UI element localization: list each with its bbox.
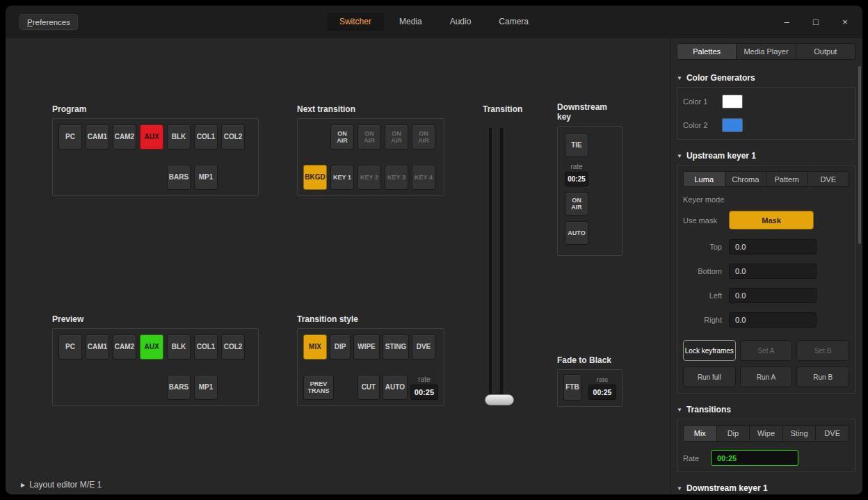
transitions-sting-button[interactable]: Sting [782, 425, 817, 442]
mask-toggle-button[interactable]: Mask [729, 211, 814, 229]
minimize-icon[interactable]: – [780, 17, 793, 27]
tab-camera[interactable]: Camera [486, 13, 541, 31]
ftb-rate-value[interactable]: 00:25 [588, 385, 616, 400]
dsk-auto-button[interactable]: AUTO [565, 221, 588, 245]
downstream-key-box: TIE rate 00:25 ON AIR AUTO [557, 126, 622, 256]
dsk-rate-value[interactable]: 00:25 [565, 172, 588, 186]
keyer-tab-chroma[interactable]: Chroma [725, 171, 767, 187]
run-full-button[interactable]: Run full [683, 366, 736, 387]
downstream-keyer-title: Downstream keyer 1 [686, 483, 768, 493]
color2-swatch[interactable] [722, 118, 743, 132]
preferences-button[interactable]: Preferences [19, 14, 78, 30]
preview-title: Preview [52, 314, 259, 324]
program-source-bars[interactable]: BARS [167, 165, 191, 190]
switcher-area: Program PC CAM1 CAM2 AUX BLK COL1 COL2 B… [6, 38, 670, 494]
program-source-aux[interactable]: AUX [140, 124, 163, 150]
program-source-cam1[interactable]: CAM1 [86, 124, 109, 150]
maximize-icon[interactable]: □ [810, 17, 822, 27]
preview-source-pc[interactable]: PC [58, 334, 82, 360]
run-a-button[interactable]: Run A [740, 366, 793, 387]
upstream-keyer-header[interactable]: ▼ Upstream keyer 1 [677, 151, 855, 161]
cut-button[interactable]: CUT [357, 375, 380, 400]
mask-bottom-input[interactable]: 0.0 [729, 264, 817, 279]
transition-fader-body [483, 118, 522, 419]
color-generators-header[interactable]: ▼ Color Generators [677, 73, 855, 83]
transitions-title: Transitions [686, 405, 731, 414]
bkgd-button[interactable]: BKGD [303, 165, 327, 190]
tab-audio[interactable]: Audio [437, 13, 484, 31]
mask-right-input[interactable]: 0.0 [729, 312, 817, 328]
downstream-keyer-header[interactable]: ▼ Downstream keyer 1 [677, 483, 855, 493]
transitions-header[interactable]: ▼ Transitions [677, 405, 855, 414]
transitions-dve-button[interactable]: DVE [815, 425, 849, 442]
program-source-blk[interactable]: BLK [167, 124, 191, 150]
preview-source-col1[interactable]: COL1 [194, 334, 218, 360]
preview-source-mp1[interactable]: MP1 [194, 375, 218, 400]
run-b-button[interactable]: Run B [796, 366, 849, 387]
auto-button[interactable]: AUTO [383, 375, 408, 400]
program-source-cam2[interactable]: CAM2 [113, 124, 136, 150]
transitions-wipe-button[interactable]: Wipe [749, 425, 783, 442]
keyer-tab-luma[interactable]: Luma [683, 171, 725, 187]
color1-swatch[interactable] [722, 95, 743, 108]
sidebar-scrollbar[interactable] [858, 66, 861, 244]
close-icon[interactable]: × [839, 17, 851, 27]
next-transition-title: Next transition [297, 104, 444, 114]
tab-output[interactable]: Output [796, 43, 855, 60]
key1-onair-button[interactable]: ON AIR [330, 124, 354, 150]
preview-source-col2[interactable]: COL2 [221, 334, 245, 360]
ftb-button[interactable]: FTB [563, 374, 581, 401]
keyer-tab-dve[interactable]: DVE [807, 171, 850, 187]
style-dve-button[interactable]: DVE [412, 334, 435, 360]
transition-style-title: Transition style [297, 314, 444, 324]
prev-trans-button[interactable]: PREV TRANS [303, 375, 334, 400]
lock-keyframes-button[interactable]: Lock keyframes [683, 340, 736, 361]
tab-media-player[interactable]: Media Player [736, 43, 796, 60]
style-dip-button[interactable]: DIP [330, 334, 351, 360]
style-mix-button[interactable]: MIX [303, 334, 327, 360]
key4-button[interactable]: KEY 4 [412, 165, 435, 190]
program-row2: BARS MP1 [167, 165, 252, 190]
key3-onair-button[interactable]: ON AIR [385, 124, 408, 150]
style-wipe-button[interactable]: WIPE [353, 334, 380, 360]
program-source-pc[interactable]: PC [58, 124, 82, 150]
tab-switcher[interactable]: Switcher [327, 13, 384, 31]
preview-source-bars[interactable]: BARS [167, 375, 191, 400]
transitions-mix-button[interactable]: Mix [683, 425, 717, 442]
content: Program PC CAM1 CAM2 AUX BLK COL1 COL2 B… [6, 38, 862, 494]
style-sting-button[interactable]: STING [383, 334, 409, 360]
transitions-rate-input[interactable]: 00:25 [711, 450, 798, 466]
transition-style-row2: PREV TRANS CUT AUTO rate 00:25 [303, 375, 438, 400]
set-b-button[interactable]: Set B [796, 340, 849, 361]
program-source-mp1[interactable]: MP1 [194, 165, 218, 190]
preview-source-cam1[interactable]: CAM1 [86, 334, 109, 360]
mask-top-input[interactable]: 0.0 [729, 239, 817, 255]
key4-onair-button[interactable]: ON AIR [412, 124, 435, 150]
transitions-rate-row: Rate 00:25 [683, 450, 849, 466]
titlebar: Preferences Switcher Media Audio Camera … [6, 6, 862, 38]
program-source-col1[interactable]: COL1 [194, 124, 218, 150]
key3-button[interactable]: KEY 3 [385, 165, 408, 190]
key2-button[interactable]: KEY 2 [357, 165, 381, 190]
program-row1: PC CAM1 CAM2 AUX BLK COL1 COL2 [58, 124, 252, 150]
preview-row1: PC CAM1 CAM2 AUX BLK COL1 COL2 [58, 334, 252, 360]
dsk-onair-button[interactable]: ON AIR [565, 192, 588, 216]
fader-handle[interactable] [485, 394, 514, 405]
key2-onair-button[interactable]: ON AIR [357, 124, 381, 150]
dsk-tie-button[interactable]: TIE [565, 134, 588, 157]
transitions-dip-button[interactable]: Dip [716, 425, 750, 442]
layout-editor-label: Layout editor M/E 1 [29, 480, 102, 490]
set-a-button[interactable]: Set A [740, 340, 793, 361]
preview-source-aux[interactable]: AUX [140, 334, 163, 360]
program-source-col2[interactable]: COL2 [221, 124, 245, 150]
tab-media[interactable]: Media [387, 13, 435, 31]
preview-source-cam2[interactable]: CAM2 [113, 334, 136, 360]
layout-editor-expander[interactable]: ▶ Layout editor M/E 1 [21, 480, 102, 490]
mask-left-input[interactable]: 0.0 [729, 288, 817, 303]
preview-row2: BARS MP1 [167, 375, 252, 400]
keyer-tab-pattern[interactable]: Pattern [766, 171, 808, 187]
transition-rate-value[interactable]: 00:25 [410, 385, 438, 400]
key1-button[interactable]: KEY 1 [330, 165, 354, 190]
preview-source-blk[interactable]: BLK [167, 334, 191, 360]
tab-palettes[interactable]: Palettes [677, 43, 737, 60]
